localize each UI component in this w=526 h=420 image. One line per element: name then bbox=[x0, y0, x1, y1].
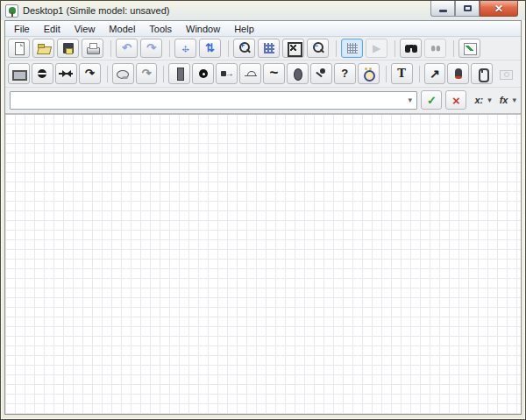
accept-equation-button[interactable]: ✓ bbox=[421, 90, 442, 110]
equation-combobox: ▾ bbox=[10, 91, 417, 110]
close-icon: ✕ bbox=[494, 4, 503, 14]
role-arrow-tool-button[interactable]: ↷ bbox=[136, 63, 158, 84]
redo-arrow-icon: ↷ bbox=[144, 41, 160, 55]
print-button[interactable] bbox=[82, 39, 103, 58]
pointer-tool-button[interactable]: ↗ bbox=[424, 63, 446, 84]
menu-item-edit[interactable]: Edit bbox=[37, 22, 68, 36]
open-folder-icon bbox=[36, 41, 52, 55]
menu-item-tools[interactable]: Tools bbox=[142, 22, 179, 36]
maximize-button[interactable] bbox=[455, 1, 480, 17]
menu-item-window[interactable]: Window bbox=[179, 22, 227, 36]
move-arrows-icon bbox=[178, 41, 194, 55]
pin-icon bbox=[313, 67, 329, 81]
cross-icon: × bbox=[452, 94, 460, 107]
client-area: FileEditViewModelToolsWindowHelp ↶ ↷ bbox=[4, 20, 522, 415]
variables-dropdown[interactable]: x: ▾ bbox=[474, 95, 491, 105]
save-button[interactable] bbox=[57, 39, 79, 58]
channel-icon bbox=[219, 67, 235, 81]
role-arrow-icon: ↷ bbox=[139, 67, 154, 81]
sphere-tool-button[interactable] bbox=[32, 63, 53, 84]
mouse-tool-button[interactable] bbox=[447, 63, 469, 84]
menu-item-file[interactable]: File bbox=[7, 22, 37, 36]
menu-item-model[interactable]: Model bbox=[102, 22, 142, 36]
expand-vertical-button[interactable]: ⇅ bbox=[199, 39, 221, 58]
toolbar-separator bbox=[110, 40, 111, 57]
equation-dropdown-arrow-icon[interactable]: ▾ bbox=[403, 96, 416, 104]
close-button[interactable]: ✕ bbox=[480, 1, 518, 17]
toolbar-separator bbox=[163, 66, 164, 82]
influence-arrow-icon: ↷ bbox=[82, 67, 97, 81]
redo-button[interactable]: ↷ bbox=[140, 39, 162, 58]
mouse-outline-icon bbox=[474, 67, 490, 81]
mouse-icon bbox=[451, 67, 466, 81]
compartment-icon bbox=[11, 67, 26, 81]
sun-tool-button[interactable] bbox=[239, 63, 261, 84]
app-icon[interactable] bbox=[5, 4, 18, 18]
toolbar-separator bbox=[419, 66, 420, 82]
menu-item-view[interactable]: View bbox=[68, 22, 103, 36]
alarm-tool-button[interactable] bbox=[358, 63, 380, 84]
variable-dot-icon bbox=[195, 67, 211, 81]
cloud-tool-button[interactable] bbox=[112, 63, 134, 84]
sun-icon bbox=[243, 67, 259, 81]
compartment-tool-button[interactable] bbox=[8, 63, 30, 84]
zoom-in-button[interactable]: + bbox=[233, 39, 255, 58]
question-icon: ? bbox=[337, 67, 352, 81]
cancel-equation-button[interactable]: × bbox=[445, 90, 466, 110]
undo-arrow-icon: ↶ bbox=[119, 41, 135, 55]
functions-dropdown[interactable]: fx ▾ bbox=[500, 95, 516, 105]
model-canvas[interactable] bbox=[5, 114, 521, 414]
grid-toggle-button[interactable] bbox=[341, 39, 363, 58]
variable-tool-button[interactable] bbox=[192, 63, 214, 84]
undo-button[interactable]: ↶ bbox=[116, 39, 138, 58]
sketch-graph-tool-button[interactable]: ~ bbox=[263, 63, 285, 84]
open-button[interactable] bbox=[32, 39, 54, 58]
toolbar-separator bbox=[394, 40, 395, 57]
window-controls: ✕ bbox=[430, 1, 518, 17]
vertical-arrows-icon: ⇅ bbox=[203, 41, 218, 55]
column-tool-button[interactable] bbox=[168, 63, 190, 84]
zoom-normal-button[interactable] bbox=[258, 39, 280, 58]
new-file-icon bbox=[11, 41, 27, 55]
snapshot-button[interactable] bbox=[494, 63, 516, 84]
camera-icon bbox=[498, 67, 514, 81]
text-tool-button[interactable]: T bbox=[391, 63, 413, 84]
pixel-pattern-icon bbox=[261, 41, 277, 55]
variables-label: x: bbox=[474, 95, 483, 105]
binoculars-icon bbox=[403, 41, 419, 55]
flow-tool-button[interactable] bbox=[55, 63, 77, 84]
toolbar-separator bbox=[336, 40, 337, 57]
zoom-fit-button[interactable] bbox=[282, 39, 304, 58]
flow-valve-icon bbox=[58, 67, 74, 81]
run-model-button[interactable]: ▶ bbox=[366, 39, 387, 58]
export-image-button[interactable] bbox=[458, 39, 480, 58]
toolbar-separator bbox=[386, 66, 387, 82]
equation-input[interactable] bbox=[11, 93, 403, 108]
influence-arrow-tool-button[interactable]: ↷ bbox=[79, 63, 101, 84]
save-floppy-icon bbox=[60, 41, 76, 55]
zoom-out-button[interactable]: − bbox=[307, 39, 329, 58]
menu-item-help[interactable]: Help bbox=[227, 22, 261, 36]
new-file-button[interactable] bbox=[8, 39, 30, 58]
minimize-button[interactable] bbox=[430, 1, 455, 17]
title-bar[interactable]: Desktop1 (Simile model: unsaved) ✕ bbox=[1, 1, 525, 20]
fit-window-icon bbox=[286, 41, 302, 55]
squiggle-icon: ~ bbox=[267, 67, 282, 81]
find-next-button[interactable] bbox=[424, 39, 446, 58]
channel-tool-button[interactable] bbox=[216, 63, 238, 84]
check-icon: ✓ bbox=[427, 94, 437, 107]
main-toolbar: ↶ ↷ ⇅ + − ▶ bbox=[5, 37, 521, 61]
toolbar-separator bbox=[228, 40, 229, 57]
maximize-icon bbox=[464, 5, 472, 11]
minimize-icon bbox=[439, 10, 447, 12]
window-title: Desktop1 (Simile model: unsaved) bbox=[23, 5, 170, 16]
help-tool-button[interactable]: ? bbox=[334, 63, 356, 84]
find-button[interactable] bbox=[400, 39, 422, 58]
pin-tool-button[interactable] bbox=[310, 63, 332, 84]
pointer-arrow-icon: ↗ bbox=[427, 67, 443, 81]
pan-button[interactable] bbox=[174, 39, 196, 58]
functions-dropdown-arrow-icon: ▾ bbox=[512, 96, 516, 104]
egg-tool-button[interactable] bbox=[287, 63, 309, 84]
mouse-outline-tool-button[interactable] bbox=[471, 63, 493, 84]
model-tools-toolbar: ↷ ↷ ~ bbox=[5, 61, 521, 88]
